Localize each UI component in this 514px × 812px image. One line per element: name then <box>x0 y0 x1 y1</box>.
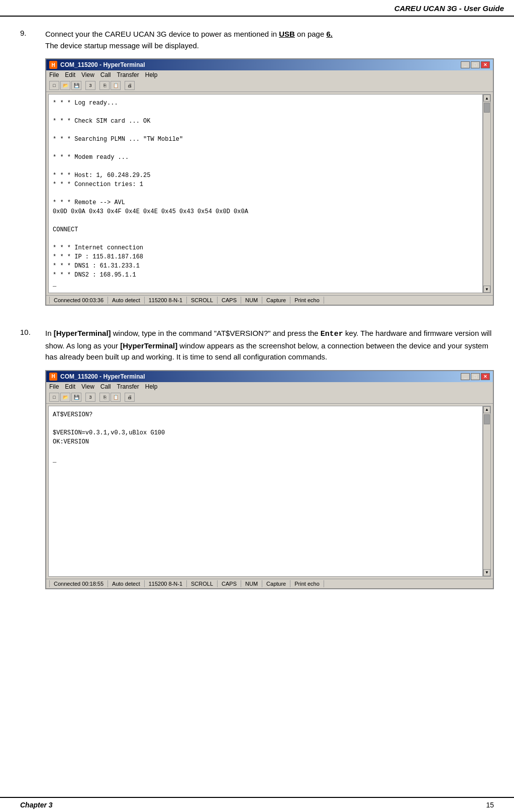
menu-bar-2: File Edit View Call Transfer Help <box>46 382 493 391</box>
title-bar-2: H COM_115200 - HyperTerminal _ □ ✕ <box>46 371 493 382</box>
menu-call-2[interactable]: Call <box>100 383 111 390</box>
status-connected-1: Connected 00:03:36 <box>49 297 108 304</box>
terminal-line: * * * Host: 1, 60.248.29.25 <box>53 171 478 180</box>
status-capture-1: Capture <box>262 297 290 304</box>
status-connected-2: Connected 00:18:55 <box>49 580 108 587</box>
terminal-line <box>53 419 478 428</box>
terminal-line: * * * DNS2 : 168.95.1.1 <box>53 270 478 280</box>
title-bar-left-1: H COM_115200 - HyperTerminal <box>49 61 145 69</box>
status-bar-2: Connected 00:18:55 Auto detect 115200 8-… <box>46 579 493 588</box>
terminal-line: CONNECT <box>53 225 478 234</box>
step-9-text: Connect your the CAREU UCAN 3G device to… <box>45 29 494 51</box>
close-button-2[interactable]: ✕ <box>481 373 490 380</box>
toolbar-btn-new[interactable]: □ <box>49 81 59 90</box>
menu-view-2[interactable]: View <box>81 383 94 390</box>
terminal-line <box>53 144 478 153</box>
terminal-line: _ <box>53 456 478 465</box>
terminal-line: $VERSION=v0.3.1,v0.3,uBlox G100 <box>53 428 478 437</box>
scrollbar-2: ▲ ▼ <box>483 406 491 577</box>
step-9-body: Connect your the CAREU UCAN 3G device to… <box>45 29 494 314</box>
usb-link[interactable]: USB <box>279 30 295 38</box>
step-10-number: 10. <box>20 328 45 597</box>
terminal-line: * * * Connection tries: 1 <box>53 180 478 189</box>
minimize-button-1[interactable]: _ <box>461 61 470 68</box>
toolbar-btn-save[interactable]: 💾 <box>71 81 81 90</box>
terminal-line: OK:VERSION <box>53 437 478 446</box>
page-link[interactable]: 6. <box>326 30 333 38</box>
menu-file-1[interactable]: File <box>49 71 59 78</box>
scroll-down-1[interactable]: ▼ <box>483 286 490 293</box>
menu-file-2[interactable]: File <box>49 383 59 390</box>
menu-transfer-1[interactable]: Transfer <box>117 71 139 78</box>
scroll-up-2[interactable]: ▲ <box>483 406 490 413</box>
step-10-body: In [HyperTerminal] window, type in the c… <box>45 328 494 597</box>
step-9-number: 9. <box>20 29 45 314</box>
hyper-icon-2: H <box>49 373 57 381</box>
restore-button-1[interactable]: □ <box>471 61 480 68</box>
scroll-down-2[interactable]: ▼ <box>483 569 490 576</box>
toolbar-btn-3[interactable]: 3 <box>85 81 95 90</box>
page-footer: Chapter 3 15 <box>0 797 514 812</box>
status-scroll-1: SCROLL <box>187 297 218 304</box>
toolbar-btn-save-2[interactable]: 💾 <box>71 393 81 402</box>
title-bar-1: H COM_115200 - HyperTerminal _ □ ✕ <box>46 59 493 70</box>
step-10-bold2: [HyperTerminal] <box>120 341 177 350</box>
status-baud-2: 115200 8-N-1 <box>145 580 187 587</box>
status-detect-2: Auto detect <box>108 580 145 587</box>
step-9-mid: on page <box>295 30 327 38</box>
toolbar-btn-open-2[interactable]: 📂 <box>60 393 70 402</box>
toolbar-btn-copy[interactable]: ⎘ <box>99 81 110 90</box>
status-scroll-2: SCROLL <box>187 580 218 587</box>
menu-edit-1[interactable]: Edit <box>65 71 75 78</box>
content-area-2: AT$VERSION? $VERSION=v0.3.1,v0.3,uBlox G… <box>46 404 493 579</box>
menu-edit-2[interactable]: Edit <box>65 383 75 390</box>
terminal-line <box>53 108 478 117</box>
scrollbar-1: ▲ ▼ <box>483 94 491 293</box>
toolbar-btn-new-2[interactable]: □ <box>49 393 59 402</box>
menu-view-1[interactable]: View <box>81 71 94 78</box>
terminal-line: * * * Searching PLMN ... "TW Mobile" <box>53 135 478 144</box>
close-button-1[interactable]: ✕ <box>481 61 490 68</box>
toolbar-btn-3-2[interactable]: 3 <box>85 393 95 402</box>
terminal-line <box>53 234 478 243</box>
scroll-up-1[interactable]: ▲ <box>483 95 490 102</box>
minimize-button-2[interactable]: _ <box>461 373 470 380</box>
terminal-line: * * * Modem ready ... <box>53 153 478 162</box>
toolbar-btn-open[interactable]: 📂 <box>60 81 70 90</box>
hyper-terminal-window-2: H COM_115200 - HyperTerminal _ □ ✕ File … <box>45 370 494 589</box>
restore-button-2[interactable]: □ <box>471 373 480 380</box>
terminal-line: * * * Internet connection <box>53 243 478 252</box>
terminal-line <box>53 189 478 198</box>
menu-help-2[interactable]: Help <box>145 383 158 390</box>
menu-call-1[interactable]: Call <box>100 71 111 78</box>
toolbar-2: □ 📂 💾 3 ⎘ 📋 🖨 <box>46 391 493 404</box>
terminal-line <box>53 216 478 225</box>
step-9: 9. Connect your the CAREU UCAN 3G device… <box>20 29 494 314</box>
terminal-line <box>53 446 478 456</box>
step-10-enter: Enter <box>321 330 343 338</box>
step-9-para2: The device startup message will be displ… <box>45 41 199 50</box>
status-caps-2: CAPS <box>218 580 241 587</box>
status-capture-2: Capture <box>262 580 290 587</box>
scroll-thumb-1[interactable] <box>484 103 490 113</box>
toolbar-btn-print-2[interactable]: 🖨 <box>125 393 135 402</box>
footer-chapter: Chapter 3 <box>20 801 53 809</box>
title-bar-left-2: H COM_115200 - HyperTerminal <box>49 373 145 381</box>
terminal-line <box>53 162 478 171</box>
terminal-line: * * * IP : 115.81.187.168 <box>53 252 478 261</box>
page-header: CAREU UCAN 3G - User Guide <box>0 0 514 17</box>
status-num-2: NUM <box>241 580 262 587</box>
status-caps-1: CAPS <box>218 297 241 304</box>
toolbar-btn-paste[interactable]: 📋 <box>111 81 121 90</box>
scroll-thumb-2[interactable] <box>484 414 490 424</box>
step-10-bold1: [HyperTerminal] <box>54 329 111 337</box>
toolbar-btn-paste-2[interactable]: 📋 <box>111 393 121 402</box>
terminal-line: * * * Remote --> AVL <box>53 198 478 207</box>
window-title-2: COM_115200 - HyperTerminal <box>60 373 145 380</box>
toolbar-btn-copy-2[interactable]: ⎘ <box>99 393 110 402</box>
menu-transfer-2[interactable]: Transfer <box>117 383 139 390</box>
step-10: 10. In [HyperTerminal] window, type in t… <box>20 328 494 597</box>
menu-help-1[interactable]: Help <box>145 71 158 78</box>
toolbar-btn-print[interactable]: 🖨 <box>125 81 135 90</box>
terminal-output-2: AT$VERSION? $VERSION=v0.3.1,v0.3,uBlox G… <box>48 406 483 577</box>
